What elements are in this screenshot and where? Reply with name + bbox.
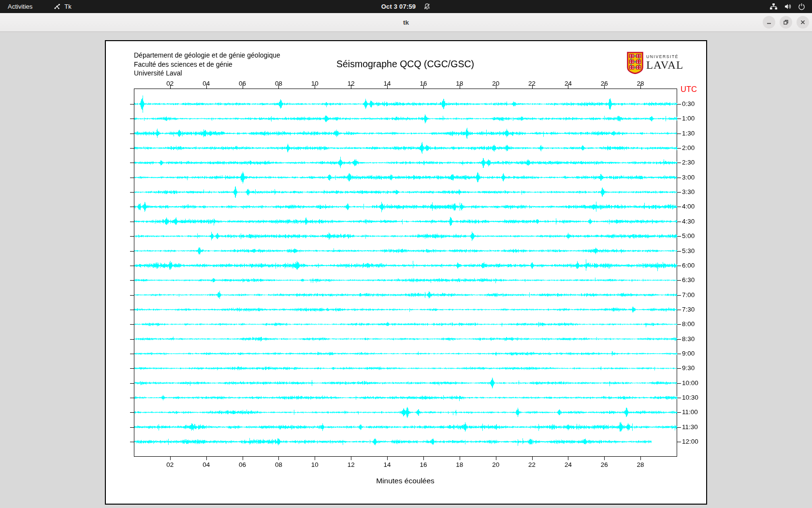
x-tick-label-top: 16 — [415, 80, 432, 87]
x-tick-label-top: 04 — [198, 80, 215, 87]
x-tick-label-bottom: 26 — [596, 461, 612, 468]
network-icon — [769, 3, 778, 10]
notifications-muted-icon — [423, 3, 431, 10]
x-tick-label-bottom: 10 — [306, 461, 323, 468]
x-tick-label-bottom: 20 — [488, 461, 504, 468]
utc-time-label: 7:00 — [682, 291, 695, 299]
x-tick-label-top: 20 — [488, 80, 504, 87]
x-tick-label-top: 26 — [596, 80, 612, 87]
seismogram-canvas — [106, 41, 706, 504]
utc-time-label: 8:00 — [682, 320, 695, 328]
header-line-3: Université Laval — [134, 69, 280, 78]
window-titlebar[interactable]: tk — [0, 13, 812, 32]
x-tick-label-bottom: 06 — [234, 461, 251, 468]
utc-time-label: 5:30 — [682, 247, 695, 255]
utc-axis-label: UTC — [681, 85, 697, 94]
x-tick-label-bottom: 04 — [198, 461, 215, 468]
system-tray[interactable] — [769, 0, 805, 13]
x-tick-label-top: 08 — [270, 80, 287, 87]
utc-time-label: 2:00 — [682, 144, 695, 152]
utc-time-label: 6:00 — [682, 262, 695, 269]
x-tick-label-bottom: 14 — [379, 461, 395, 468]
utc-time-label: 3:30 — [682, 188, 695, 196]
x-tick-label-top: 14 — [379, 80, 395, 87]
clock[interactable]: Oct 3 07:59 — [381, 3, 416, 10]
x-tick-label-bottom: 22 — [524, 461, 540, 468]
utc-time-label: 3:00 — [682, 174, 695, 181]
utc-time-label: 10:30 — [682, 394, 698, 402]
x-tick-label-top: 22 — [524, 80, 540, 87]
utc-time-label: 12:00 — [682, 438, 698, 446]
utc-time-label: 9:00 — [682, 350, 695, 358]
utc-time-label: 2:30 — [682, 159, 695, 166]
utc-time-label: 1:30 — [682, 130, 695, 137]
utc-time-label: 1:00 — [682, 115, 695, 122]
x-tick-label-top: 28 — [632, 80, 649, 87]
x-tick-label-bottom: 18 — [451, 461, 468, 468]
window-content: Département de géologie et de génie géol… — [0, 32, 812, 508]
x-tick-label-bottom: 24 — [560, 461, 576, 468]
logo-laval-text: LAVAL — [646, 59, 683, 72]
laval-logo: UNIVERSITÉ LAVAL — [627, 52, 699, 74]
utc-time-label: 9:30 — [682, 364, 695, 372]
x-tick-label-top: 02 — [162, 80, 178, 87]
x-tick-label-top: 10 — [306, 80, 323, 87]
utc-time-label: 11:00 — [682, 408, 698, 416]
x-tick-label-bottom: 02 — [162, 461, 178, 468]
x-tick-label-bottom: 12 — [343, 461, 359, 468]
x-tick-label-top: 06 — [234, 80, 251, 87]
x-tick-label-top: 18 — [451, 80, 468, 87]
x-tick-label-bottom: 08 — [270, 461, 287, 468]
utc-time-label: 7:30 — [682, 306, 695, 314]
restore-button[interactable] — [780, 16, 792, 29]
utc-time-label: 8:30 — [682, 335, 695, 343]
utc-time-label: 0:30 — [682, 100, 695, 108]
page-title: Séismographe QCQ (CGC/GSC) — [106, 59, 705, 70]
x-axis-title: Minutes écoulées — [106, 477, 705, 485]
x-tick-label-bottom: 28 — [632, 461, 649, 468]
minimize-button[interactable] — [763, 16, 775, 29]
top-bar: Activities Tk — [0, 0, 812, 13]
desktop: Activities Tk — [0, 0, 812, 508]
seismograph-plot: Département de géologie et de génie géol… — [105, 40, 707, 505]
logo-universite-text: UNIVERSITÉ — [646, 54, 683, 59]
power-icon — [798, 3, 805, 10]
utc-time-label: 6:30 — [682, 276, 695, 284]
laval-shield-icon — [627, 52, 643, 76]
x-tick-label-top: 12 — [343, 80, 359, 87]
close-icon[interactable] — [797, 16, 809, 29]
window-title: tk — [0, 13, 812, 32]
utc-time-label: 4:00 — [682, 203, 695, 210]
volume-icon — [784, 3, 792, 10]
utc-time-label: 4:30 — [682, 218, 695, 225]
utc-time-label: 10:00 — [682, 379, 698, 387]
x-tick-label-top: 24 — [560, 80, 576, 87]
utc-time-label: 11:30 — [682, 423, 698, 431]
x-tick-label-bottom: 16 — [415, 461, 432, 468]
utc-time-label: 5:00 — [682, 232, 695, 240]
